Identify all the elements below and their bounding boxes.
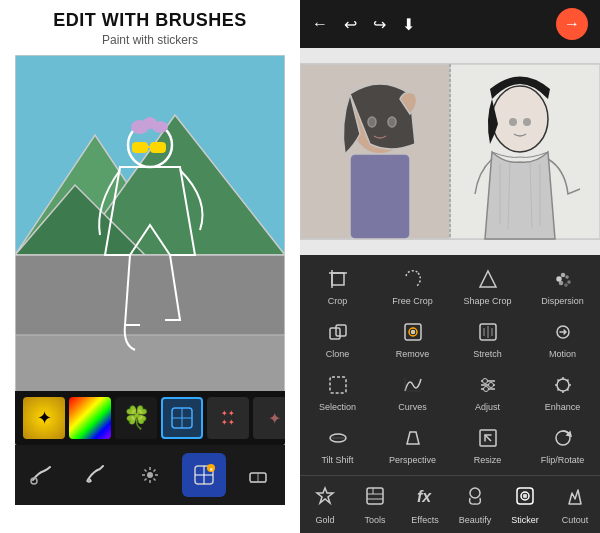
tool-free-crop[interactable]: Free Crop [375,259,450,312]
redo-button[interactable]: ↪ [373,15,386,34]
svg-point-42 [492,86,548,152]
back-button[interactable]: ← [312,15,328,33]
sticker-icon [514,485,536,512]
svg-marker-87 [407,432,419,444]
enhance-label: Enhance [545,402,581,412]
sticker-clover[interactable]: 🍀 [115,397,157,439]
tab-gold-label: Gold [315,515,334,525]
tool-resize[interactable]: Resize [450,418,525,471]
sticker-confetti[interactable]: ✦✦✦✦ [207,397,249,439]
tab-cutout[interactable]: Cutout [550,476,600,533]
dispersion-icon [549,265,577,293]
shape-crop-icon [474,265,502,293]
svg-rect-10 [133,143,147,152]
svg-point-74 [488,383,493,388]
undo-button[interactable]: ↩ [344,15,357,34]
tool-perspective[interactable]: Perspective [375,418,450,471]
right-panel: ← ↩ ↪ ⬇ → [300,0,600,533]
tab-tools-label: Tools [364,515,385,525]
tool-remove[interactable]: Remove [375,312,450,365]
tool-enhance[interactable]: Enhance [525,365,600,418]
svg-rect-61 [336,325,346,336]
svg-line-22 [145,470,147,472]
selection-icon [324,371,352,399]
bottom-toolbar: ★ [15,445,285,505]
clone-icon [324,318,352,346]
tool-shape-crop[interactable]: Shape Crop [450,259,525,312]
selection-label: Selection [319,402,356,412]
tab-effects[interactable]: fx Effects [400,476,450,533]
svg-point-55 [561,274,564,277]
svg-point-73 [482,379,487,384]
sticker-row: ✦ 🍀 ✦✦✦✦ ✦ [15,391,285,445]
svg-point-96 [470,488,480,498]
svg-rect-50 [332,273,344,285]
tab-gold[interactable]: Gold [300,476,350,533]
svg-rect-11 [151,143,165,152]
tool-curves[interactable]: Curves [375,365,450,418]
tab-tools[interactable]: Tools [350,476,400,533]
tool-adjust[interactable]: Adjust [450,365,525,418]
svg-point-64 [411,331,414,334]
svg-point-58 [559,282,562,285]
svg-point-17 [147,472,153,478]
tab-beautify-label: Beautify [459,515,492,525]
brush-tool-2[interactable] [74,453,118,497]
tool-dispersion[interactable]: Dispersion [525,259,600,312]
brush-tool-1[interactable] [20,453,64,497]
tool-motion[interactable]: Motion [525,312,600,365]
sticker-tool[interactable]: ★ [182,453,226,497]
svg-point-9 [153,122,167,132]
next-button[interactable]: → [556,8,588,40]
tab-sticker[interactable]: Sticker [500,476,550,533]
svg-point-43 [509,118,517,126]
sparkle-tool[interactable] [128,453,172,497]
shape-crop-label: Shape Crop [463,296,511,306]
svg-point-59 [565,284,567,286]
enhance-icon [549,371,577,399]
svg-line-81 [557,380,558,381]
curves-icon [399,371,427,399]
cutout-icon [564,485,586,512]
photo-svg [300,48,600,255]
motion-label: Motion [549,349,576,359]
crop-label: Crop [328,296,348,306]
remove-label: Remove [396,349,430,359]
tab-sticker-label: Sticker [511,515,539,525]
tool-flip-rotate[interactable]: Flip/Rotate [525,418,600,471]
tool-clone[interactable]: Clone [300,312,375,365]
tool-crop[interactable]: Crop [300,259,375,312]
effects-icon: fx [414,485,436,512]
tool-tilt-shift[interactable]: Tilt Shift [300,418,375,471]
svg-point-57 [568,281,570,283]
sticker-gold[interactable]: ✦ [23,397,65,439]
svg-rect-67 [330,377,346,393]
svg-rect-40 [300,64,450,239]
download-button[interactable]: ⬇ [402,15,415,34]
svg-line-82 [567,389,568,390]
perspective-label: Perspective [389,455,436,465]
svg-point-56 [566,276,568,278]
motion-icon [549,318,577,346]
tab-beautify[interactable]: Beautify [450,476,500,533]
svg-rect-60 [330,328,340,339]
beautify-icon [464,485,486,512]
background-svg [15,55,285,445]
tilt-shift-label: Tilt Shift [321,455,353,465]
left-panel: EDIT WITH BRUSHES Paint with stickers [0,0,300,533]
tool-stretch[interactable]: Stretch [450,312,525,365]
eraser-tool[interactable] [236,453,280,497]
stretch-label: Stretch [473,349,502,359]
free-crop-label: Free Crop [392,296,433,306]
remove-icon [399,318,427,346]
perspective-icon [399,424,427,452]
tab-cutout-label: Cutout [562,515,589,525]
right-image [300,48,600,255]
sticker-selected[interactable] [161,397,203,439]
sticker-rainbow[interactable] [69,397,111,439]
adjust-icon [474,371,502,399]
sticker-dark[interactable]: ✦ [253,397,285,439]
svg-line-24 [154,470,156,472]
tool-selection[interactable]: Selection [300,365,375,418]
svg-point-44 [523,118,531,126]
